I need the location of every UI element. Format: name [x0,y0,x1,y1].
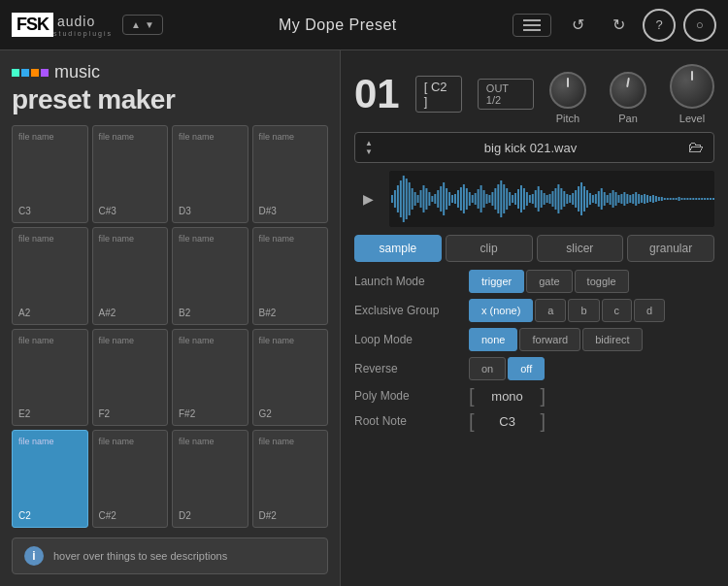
hamburger-line3 [523,29,541,31]
mode-tab-granular[interactable]: granular [627,235,714,262]
svg-rect-109 [701,198,703,200]
svg-rect-91 [649,196,651,202]
nav-up-icon: ▲ [131,19,141,30]
svg-rect-92 [652,195,654,203]
svg-rect-21 [448,192,450,206]
pad-cell-14[interactable]: file name D2 [172,430,248,528]
pad-cell-13[interactable]: file name C#2 [92,430,169,528]
param-rows: Launch Mode triggergatetoggle Exclusive … [354,270,714,431]
btn-opt-on[interactable]: on [469,357,506,380]
mode-tab-slicer[interactable]: slicer [537,235,624,262]
pad-cell-6[interactable]: file name B2 [172,227,248,325]
pad-cell-9[interactable]: file name F2 [92,329,169,427]
pad-cell-8[interactable]: file name E2 [12,329,88,427]
svg-rect-81 [620,194,622,204]
loop-mode-label: Loop Mode [354,333,461,346]
logo: FSK audio studioplugis [12,13,113,37]
pad-cell-12[interactable]: file name C2 [12,430,88,528]
btn-opt-d[interactable]: d [634,299,665,322]
svg-rect-43 [512,195,513,203]
folder-button[interactable]: 🗁 [688,139,704,156]
pad-cell-11[interactable]: file name G2 [252,329,329,427]
pad-file-label-9: file name [99,336,162,345]
svg-rect-60 [560,188,562,210]
level-knob[interactable] [670,64,714,109]
help-button[interactable]: ? [643,9,676,42]
pad-note-label-11: G2 [259,408,322,419]
hamburger-line2 [523,24,541,26]
svg-rect-50 [532,194,534,204]
btn-opt-none[interactable]: none [469,328,517,351]
btn-opt-bidirect[interactable]: bidirect [582,328,642,351]
svg-rect-78 [612,190,614,208]
undo-button[interactable]: ↺ [561,9,594,42]
svg-rect-70 [589,193,591,205]
svg-rect-16 [434,194,436,204]
svg-rect-74 [601,188,603,210]
btn-opt-gate[interactable]: gate [526,270,572,293]
svg-rect-62 [566,194,568,204]
btn-opt-b[interactable]: b [568,299,599,322]
waveform-container[interactable] [389,171,714,227]
btn-opt-x-(none)[interactable]: x (none) [469,299,533,322]
svg-rect-59 [557,184,559,213]
pad-file-label-0: file name [18,132,82,142]
level-label: Level [679,113,705,124]
pad-note-label-12: C2 [18,510,82,521]
svg-rect-97 [667,198,669,200]
pad-cell-2[interactable]: file name D3 [172,125,248,223]
svg-rect-4 [400,180,402,217]
file-nav-arrows[interactable]: ▲ ▼ [365,140,373,156]
svg-rect-110 [704,198,706,200]
poly-mode-value-box: [ mono ] [469,386,546,406]
svg-rect-45 [517,189,519,209]
svg-rect-82 [623,192,625,206]
root-note-row: Root Note [ C3 ] [354,411,714,431]
pad-cell-3[interactable]: file name D#3 [252,125,329,223]
svg-rect-14 [428,192,430,206]
pan-knob[interactable] [610,72,646,109]
knobs-row: Pitch Pan Level [549,64,714,124]
exclusive-group-label: Exclusive Group [354,304,461,317]
title-preset-maker: preset maker [12,83,328,116]
svg-rect-20 [446,188,447,210]
play-button[interactable]: ▶ [354,185,381,212]
svg-rect-102 [681,198,683,200]
svg-rect-41 [506,188,508,210]
record-button[interactable]: ○ [683,9,716,42]
file-name: big kick 021.wav [381,141,680,155]
pad-file-label-15: file name [259,437,322,446]
pad-cell-4[interactable]: file name A2 [12,227,88,325]
pitch-knob[interactable] [549,72,586,109]
svg-rect-47 [523,188,525,210]
hamburger-button[interactable] [513,14,551,37]
redo-button[interactable]: ↻ [602,9,635,42]
svg-rect-95 [661,197,663,201]
pad-cell-15[interactable]: file name D#2 [252,430,329,528]
exclusive-group-row: Exclusive Group x (none)abcd [354,299,714,322]
main-content: music preset maker file name C3 file nam… [0,50,728,586]
reverse-options: onoff [469,357,545,380]
file-nav-down-icon: ▼ [365,148,373,156]
svg-rect-108 [698,198,700,200]
nav-arrows-btn[interactable]: ▲ ▼ [122,15,163,35]
pad-cell-1[interactable]: file name C#3 [92,125,169,223]
mode-tab-sample[interactable]: sample [354,235,442,262]
pad-cell-7[interactable]: file name B#2 [252,227,329,325]
pad-cell-5[interactable]: file name A#2 [92,227,169,325]
mode-tab-clip[interactable]: clip [446,235,533,262]
svg-rect-83 [626,194,628,204]
btn-opt-toggle[interactable]: toggle [575,270,629,293]
svg-rect-57 [552,191,554,207]
pad-cell-10[interactable]: file name F#2 [172,329,248,427]
svg-rect-8 [412,188,414,210]
btn-opt-off[interactable]: off [508,357,545,380]
logo-fsk: FSK [12,13,53,37]
btn-opt-c[interactable]: c [602,299,633,322]
svg-rect-85 [632,194,634,204]
btn-opt-trigger[interactable]: trigger [469,270,524,293]
pad-cell-0[interactable]: file name C3 [12,125,88,223]
btn-opt-forward[interactable]: forward [519,328,580,351]
svg-rect-71 [592,195,594,203]
btn-opt-a[interactable]: a [535,299,566,322]
